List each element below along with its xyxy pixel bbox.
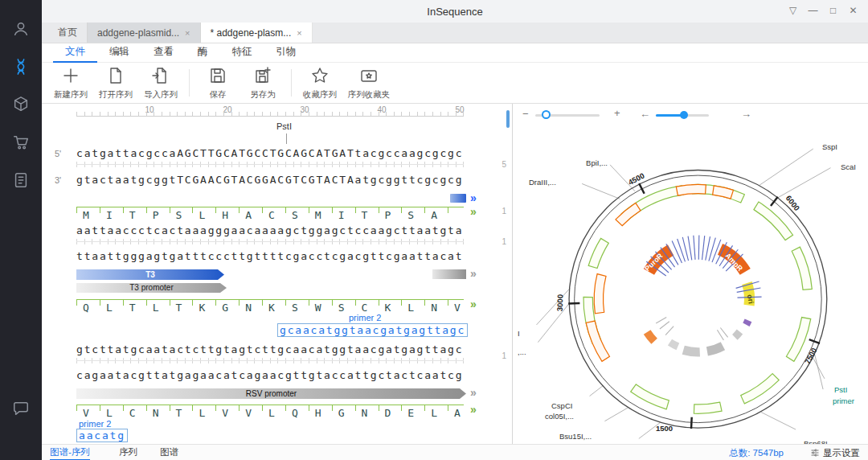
enzyme-label[interactable]: SspI — [822, 142, 837, 151]
primer-sequence-box[interactable]: gcaacatggtaacgatgagttagc — [277, 323, 468, 337]
translation-row[interactable]: Q L T L T K G N K S W S C K L N V — [76, 299, 464, 311]
map-position: 1500 — [656, 424, 673, 433]
open-sequence-button[interactable]: 打开序列 — [93, 66, 138, 101]
feature-arrow-t3-promoter[interactable]: T3 promoter — [76, 283, 227, 293]
feature-bar-blue[interactable] — [450, 194, 466, 203]
rotate-right-icon[interactable]: → — [741, 109, 751, 120]
save-as-button[interactable]: 另存为 — [240, 66, 285, 101]
enzyme-label[interactable]: DraIII,... — [529, 178, 556, 187]
feature-arrow-t3[interactable]: T3 — [76, 269, 224, 280]
tab-label: * addgene-plasm... — [211, 27, 292, 39]
tab-label: 首页 — [58, 26, 77, 39]
view-tab-map-sequence[interactable]: 图谱-序列 — [50, 446, 90, 460]
enzyme-label[interactable]: BpiI,... — [561, 158, 608, 167]
cube-icon[interactable] — [11, 95, 31, 114]
sequence-line-top[interactable]: gtcttatgcaatactcttgtagtcttgcaacatggtaacg… — [76, 343, 463, 355]
sequence-favorites-button[interactable]: 序列收藏夹 — [342, 66, 395, 101]
primer-label[interactable]: primer 2 — [349, 313, 381, 322]
zoom-slider-thumb[interactable] — [542, 110, 551, 119]
window-controls: ▽ — □ ✕ — [783, 5, 863, 16]
enzyme-label[interactable]: ,... — [518, 347, 526, 356]
amino-acid-text: M I T P S L H A C S M I T P S A — [83, 209, 439, 221]
minimize-icon[interactable]: — — [803, 5, 823, 16]
primer-sequence-box[interactable]: aacatg — [76, 429, 128, 442]
enzyme-label[interactable]: PstI — [834, 385, 847, 394]
zoom-out-icon[interactable]: − — [522, 109, 529, 120]
display-settings-label: 显示设置 — [823, 447, 860, 459]
menu-file[interactable]: 文件 — [53, 43, 97, 63]
row-number: 5 — [495, 160, 506, 169]
rotate-slider-fill — [656, 114, 683, 117]
feature-label-ori[interactable]: ori — [746, 294, 755, 304]
feature-label: T3 — [145, 270, 155, 279]
sequence-ruler — [76, 112, 464, 117]
toolbar: 新建序列 打开序列 导入序列 保存 另存为 收藏序列 — [42, 63, 868, 104]
menu-primer[interactable]: 引物 — [264, 43, 309, 63]
translation-row[interactable]: M I T P S L H A C S M I T P S A — [76, 207, 464, 219]
enzyme-label[interactable]: ScaI — [841, 162, 856, 171]
view-tab-sequence[interactable]: 序列 — [119, 446, 137, 458]
enzyme-label[interactable]: Bsu15I,... — [559, 432, 592, 441]
feature-label: T3 promoter — [129, 283, 173, 292]
tab-document-1[interactable]: addgene-plasmid... × — [88, 23, 201, 43]
tab-close-icon[interactable]: × — [185, 28, 190, 38]
enzyme-label[interactable]: CspCI — [551, 401, 572, 410]
rotate-left-icon[interactable]: ← — [640, 109, 650, 120]
strand-3-label: 3' — [55, 175, 61, 185]
sliders-icon — [810, 448, 820, 459]
file-icon — [106, 66, 125, 88]
feature-bar-gray[interactable] — [432, 269, 466, 279]
orders-icon[interactable] — [11, 170, 31, 190]
view-tab-map[interactable]: 图谱 — [160, 446, 178, 458]
enzyme-label[interactable]: I — [518, 329, 520, 338]
save-button[interactable]: 保存 — [195, 66, 240, 101]
expand-chevron[interactable]: » — [470, 192, 477, 203]
feature-label: RSV promoter — [246, 389, 297, 398]
plasmid-map[interactable] — [513, 123, 868, 444]
primer-map-label[interactable]: primer — [833, 396, 854, 405]
menu-enzyme[interactable]: 酶 — [186, 43, 220, 63]
tab-document-2-active[interactable]: * addgene-plasm... × — [201, 23, 313, 43]
primer-label[interactable]: primer 2 — [79, 419, 111, 429]
restriction-site-label[interactable]: PstI — [276, 121, 292, 131]
enzyme-label[interactable]: col05I,... — [545, 412, 574, 421]
main-area: InSequence ▽ — □ ✕ 首页 addgene-plasmid...… — [42, 0, 868, 460]
tab-home[interactable]: 首页 — [48, 23, 88, 43]
expand-chevron[interactable]: » — [470, 387, 477, 398]
new-sequence-button[interactable]: 新建序列 — [48, 66, 93, 101]
position-ticks — [76, 162, 464, 167]
tab-close-icon[interactable]: × — [297, 28, 301, 38]
zoom-in-icon[interactable]: + — [614, 108, 620, 119]
sequence-line-top[interactable]: catgattacgccaAGCTTGCATGCCTGCAGCATGATtacg… — [76, 147, 463, 159]
cart-icon[interactable] — [11, 133, 31, 152]
plus-icon — [61, 66, 80, 88]
menu-edit[interactable]: 编辑 — [97, 43, 141, 63]
menu-view[interactable]: 查看 — [141, 43, 186, 63]
import-sequence-button[interactable]: 导入序列 — [138, 66, 183, 101]
menu-bar: 文件 编辑 查看 酶 特征 引物 — [42, 43, 868, 63]
sequence-line-top[interactable]: aattaaccctcactaaagggaacaaaagctggagctccaa… — [76, 224, 463, 236]
sequence-line-bottom[interactable]: ttaattgggagtgatttcccttgttttcgacctcgacgtt… — [76, 250, 463, 262]
rotate-slider-thumb[interactable] — [680, 111, 688, 119]
chat-icon[interactable] — [11, 399, 31, 418]
close-icon[interactable]: ✕ — [843, 5, 863, 16]
amino-acid-text: V L C N T L V V L Q H G N D E L A — [83, 407, 462, 419]
expand-chevron[interactable]: » — [470, 268, 477, 279]
dna-sequence-icon[interactable] — [11, 57, 31, 76]
maximize-icon[interactable]: □ — [823, 5, 843, 16]
sequence-line-bottom[interactable]: cagaatacgttatgagaacatcagaacgttgtaccattgc… — [76, 369, 463, 381]
display-settings-button[interactable]: 显示设置 — [810, 447, 860, 459]
pin-icon[interactable]: ▽ — [783, 5, 803, 16]
strand-5-label: 5' — [55, 149, 61, 158]
feature-arrow-rsv-promoter[interactable]: RSV promoter — [76, 388, 466, 399]
expand-chevron[interactable]: » — [470, 404, 477, 415]
title-bar: InSequence ▽ — □ ✕ — [42, 0, 868, 23]
expand-chevron[interactable]: » — [470, 298, 477, 310]
favorite-sequence-button[interactable]: 收藏序列 — [297, 66, 342, 101]
expand-chevron[interactable]: » — [470, 206, 477, 217]
vertical-scrollbar[interactable] — [506, 110, 510, 128]
user-icon[interactable] — [11, 19, 31, 39]
translation-row[interactable]: V L C N T L V V L Q H G N D E L A — [76, 405, 464, 417]
sequence-line-bottom[interactable]: gtactaatgcggtTCGAACGTACGGACGTCGTACTAatgc… — [76, 174, 463, 186]
menu-feature[interactable]: 特征 — [220, 43, 264, 63]
